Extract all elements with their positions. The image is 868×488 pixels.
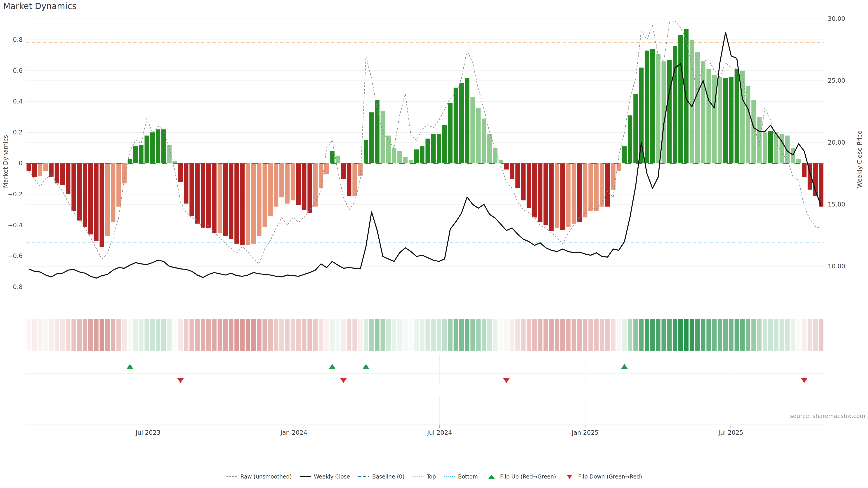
dynamics-bar (746, 86, 750, 163)
heatmap-cell (296, 319, 301, 351)
dynamics-bar (279, 163, 284, 197)
heatmap-cell (167, 319, 172, 351)
dynamics-bar (735, 69, 739, 163)
dynamics-bar (791, 148, 795, 163)
legend-label: Weekly Close (314, 474, 350, 480)
dynamics-bar (555, 163, 559, 228)
legend-line-icon (358, 474, 369, 480)
dynamics-bar (605, 163, 610, 207)
heatmap-cell (235, 319, 239, 351)
dynamics-bar (600, 163, 604, 207)
heatmap-cell (223, 319, 228, 351)
heatmap-cell (116, 319, 121, 351)
x-tick-label: Jan 2024 (280, 429, 307, 436)
source: source: sharemaestro.com (790, 413, 866, 419)
heatmap-cell (268, 319, 273, 351)
heatmap-cell (330, 319, 335, 351)
heatmap-cell (437, 319, 441, 351)
dynamics-bars (26, 29, 823, 247)
heatmap-cell (470, 319, 475, 351)
heatmap-cell (409, 319, 413, 351)
left-tick-label: 0.8 (13, 36, 23, 43)
heatmap-cell (633, 319, 638, 351)
dynamics-bar (667, 60, 672, 163)
heatmap-cell (83, 319, 87, 351)
heatmap-cell (532, 319, 537, 351)
heatmap-cell (751, 319, 756, 351)
heatmap-cell (706, 319, 711, 351)
dynamics-bar (71, 163, 76, 211)
legend-item: Flip Up (Red→Green) (486, 474, 556, 480)
heatmap-cell (189, 319, 194, 351)
left-tick-label: −0.2 (8, 191, 23, 198)
heatmap-cell (381, 319, 385, 351)
heatmap-cell (510, 319, 514, 351)
dynamics-bar (235, 163, 239, 244)
heatmap-cell (465, 319, 469, 351)
heatmap-cell (442, 319, 447, 351)
dynamics-bar (470, 97, 475, 163)
dynamics-bar (718, 77, 722, 163)
dynamics-bar (583, 163, 587, 217)
dynamics-bar (60, 163, 65, 185)
heatmap-cell (645, 319, 649, 351)
heatmap-cell (662, 319, 666, 351)
heatmap-cell (819, 319, 824, 351)
right-axis-ticks: 30.0025.0020.0015.0010.00 (828, 15, 845, 270)
heatmap-cell (712, 319, 717, 351)
dynamics-bar (116, 163, 121, 207)
heatmap-cell (735, 319, 739, 351)
flip-down-marker (340, 378, 347, 383)
dynamics-bar (313, 163, 318, 207)
dynamics-bar (66, 163, 70, 194)
heatmap-cell (476, 319, 480, 351)
dynamics-bar (156, 129, 160, 163)
right-tick-label: 10.00 (828, 263, 845, 270)
dynamics-bar (493, 148, 498, 163)
dynamics-bar (302, 163, 307, 210)
dynamics-bar (796, 159, 801, 163)
dynamics-bar (43, 163, 48, 171)
heatmap-cell (274, 319, 278, 351)
heatmap-cell (128, 319, 132, 351)
dynamics-bar (549, 163, 554, 231)
dynamics-bar (482, 119, 486, 163)
x-tick-label: Jul 2024 (427, 429, 452, 436)
dynamics-bar (566, 163, 570, 227)
heatmap-cell (808, 319, 812, 351)
heatmap-cell (55, 319, 59, 351)
heatmap-cell (352, 319, 357, 351)
dynamics-bar (263, 163, 267, 227)
dynamics-bar (431, 134, 436, 163)
heatmap-cell (263, 319, 267, 351)
dynamics-bar (706, 69, 711, 163)
legend-line-icon (412, 474, 424, 480)
dynamics-bar (751, 100, 756, 163)
dynamics-bar (324, 163, 329, 174)
heatmap-cell (718, 319, 722, 351)
heatmap-cell (150, 319, 155, 351)
dynamics-bar (240, 163, 245, 246)
dynamics-bar (403, 157, 408, 163)
heatmap-cell (594, 319, 598, 351)
heatmap-cell (650, 319, 655, 351)
dynamics-bar (527, 163, 531, 208)
marker-zone (26, 355, 824, 428)
heatmap-cell (240, 319, 245, 351)
dynamics-bar (465, 78, 469, 163)
heatmap-cell (145, 319, 149, 351)
heatmap-cell (26, 319, 31, 351)
heatmap-cell (369, 319, 374, 351)
heatmap-cell (622, 319, 627, 351)
dynamics-bar (695, 52, 700, 163)
heatmap-cell (515, 319, 520, 351)
heatmap-cell (251, 319, 256, 351)
dynamics-bar (768, 131, 773, 163)
heatmap-cell (600, 319, 604, 351)
dynamics-bar (375, 100, 379, 163)
legend-label: Flip Up (Red→Green) (500, 474, 556, 480)
heatmap-cell (695, 319, 700, 351)
heatmap-cell (414, 319, 419, 351)
dynamics-bar (678, 35, 683, 163)
x-tick-label: Jan 2025 (571, 429, 598, 436)
